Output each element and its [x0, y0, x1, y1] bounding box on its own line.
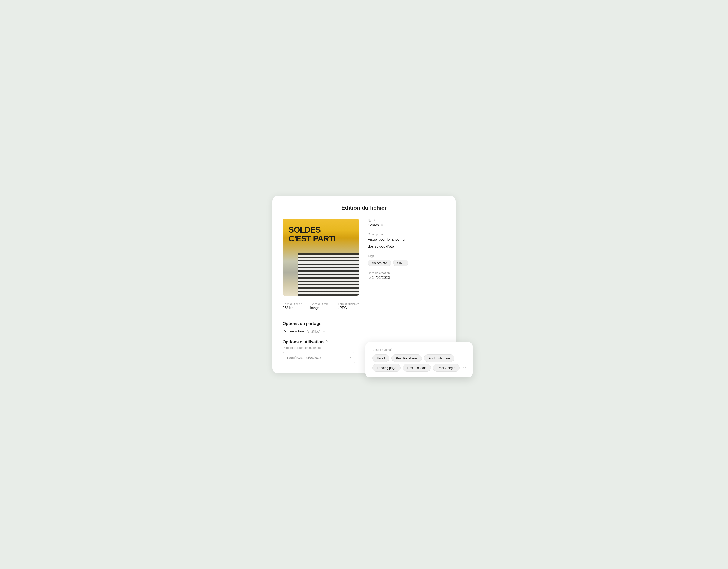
usage-pill-post-facebook: Post Facebook: [391, 355, 422, 362]
usage-pill-post-google: Post Google: [433, 364, 460, 372]
usage-pill-post-instagram: Post Instagram: [424, 355, 454, 362]
date-range-text: 19/06/2023 - 24/07/2023: [287, 356, 321, 359]
tag-soldes-ete: Soldes été: [368, 259, 391, 266]
diffuser-affilies: (6 affiliés): [307, 330, 321, 333]
file-image: SOLDES C'EST PARTI: [283, 219, 359, 296]
usage-pill-email: Email: [372, 355, 389, 362]
nom-field-group: Nom* Soldes ✏: [368, 219, 445, 227]
type-value: Image: [310, 306, 329, 310]
tags-row: Soldes été 2023: [368, 259, 445, 266]
diffuser-label: Diffuser à tous: [283, 330, 305, 333]
usage-pill-landing-page: Landing page: [372, 364, 401, 372]
tags-field-group: Tags Soldes été 2023: [368, 254, 445, 266]
poids-group: Poids du fichier 268 Ko: [283, 303, 302, 310]
date-range-box[interactable]: 19/06/2023 - 24/07/2023 ›: [283, 352, 355, 363]
diffuser-edit-icon[interactable]: ✏: [323, 330, 325, 334]
page-wrapper: Edition du fichier SOLDES C'EST PARTI No…: [272, 196, 456, 373]
poids-value: 268 Ko: [283, 306, 302, 310]
file-meta-row: Poids du fichier 268 Ko Types du fichier…: [283, 303, 445, 310]
nom-label: Nom*: [368, 219, 445, 222]
description-label: Description: [368, 232, 445, 236]
partage-title: Options de partage: [283, 321, 445, 326]
divider-1: [283, 316, 445, 316]
tag-2023: 2023: [393, 259, 408, 266]
type-label: Types du fichier: [310, 303, 329, 306]
type-group: Types du fichier Image: [310, 303, 329, 310]
usage-pill-post-linkedin: Post Linkedin: [403, 364, 431, 372]
description-value: Visuel pour le lancement des soldes d'ét…: [368, 237, 445, 249]
date-creation-value: le 24/02/2023: [368, 275, 445, 280]
page-title: Edition du fichier: [283, 204, 445, 211]
arrow-right-icon: ›: [350, 355, 351, 360]
usage-tags-grid: Email Post Facebook Post Instagram Landi…: [372, 355, 466, 372]
nom-value: Soldes ✏: [368, 223, 445, 227]
format-group: Format du fichier JPEG: [338, 303, 359, 310]
format-value: JPEG: [338, 306, 359, 310]
usage-edit-icon[interactable]: ✏: [463, 365, 466, 370]
options-title: Options d'utilisation: [283, 340, 324, 345]
content-row: SOLDES C'EST PARTI Nom* Soldes ✏: [283, 219, 445, 296]
image-overlay-text: SOLDES C'EST PARTI: [289, 226, 336, 243]
nom-edit-icon[interactable]: ✏: [381, 223, 383, 227]
date-creation-field-group: Date de création le 24/02/2023: [368, 271, 445, 280]
diffuser-row: Diffuser à tous (6 affiliés) ✏: [283, 330, 445, 334]
info-panel: Nom* Soldes ✏ Description Visuel pour le…: [368, 219, 445, 296]
usage-tags-row-1: Email Post Facebook Post Instagram: [372, 355, 466, 362]
usage-autorise-label: Usage autorisé: [372, 348, 466, 352]
poids-label: Poids du fichier: [283, 303, 302, 306]
description-field-group: Description Visuel pour le lancement des…: [368, 232, 445, 249]
format-label: Format du fichier: [338, 303, 359, 306]
tags-label: Tags: [368, 254, 445, 258]
date-creation-label: Date de création: [368, 271, 445, 275]
chevron-up-icon[interactable]: ^: [326, 340, 328, 344]
floating-usage-card: Usage autorisé Email Post Facebook Post …: [365, 342, 473, 378]
usage-tags-row-2: Landing page Post Linkedin Post Google ✏: [372, 364, 466, 372]
